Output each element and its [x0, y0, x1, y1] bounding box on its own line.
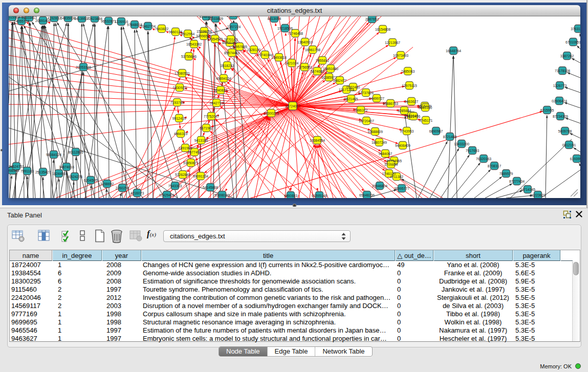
svg-text:87234309: 87234309 [553, 115, 568, 118]
svg-text:7357224: 7357224 [227, 25, 241, 29]
svg-text:23300275: 23300275 [264, 112, 279, 115]
svg-text:3158692: 3158692 [100, 182, 114, 186]
svg-text:6204505: 6204505 [84, 179, 98, 182]
svg-text:96532871: 96532871 [101, 19, 116, 23]
svg-text:18807249: 18807249 [372, 141, 387, 144]
svg-text:4192832: 4192832 [48, 16, 61, 20]
svg-text:2087652: 2087652 [365, 17, 379, 21]
svg-text:19218506: 19218506 [277, 27, 293, 30]
svg-text:34874016: 34874016 [59, 165, 74, 169]
svg-text:16154808: 16154808 [375, 28, 390, 31]
svg-text:04499727: 04499727 [369, 97, 384, 100]
svg-text:77752047: 77752047 [204, 115, 219, 118]
svg-text:6998543: 6998543 [9, 169, 19, 172]
svg-text:14055724: 14055724 [14, 19, 29, 23]
svg-text:12975115: 12975115 [402, 84, 417, 87]
svg-text:7889579: 7889579 [499, 172, 513, 176]
svg-text:13433200: 13433200 [454, 142, 469, 146]
svg-text:79740344: 79740344 [257, 53, 273, 57]
svg-text:8708317: 8708317 [488, 164, 502, 168]
svg-text:9912419: 9912419 [172, 117, 186, 120]
svg-text:57262849: 57262849 [175, 173, 190, 177]
svg-text:3685160: 3685160 [419, 106, 432, 110]
svg-text:34624751: 34624751 [9, 165, 24, 168]
svg-text:7485063: 7485063 [401, 70, 415, 73]
svg-text:16543382: 16543382 [186, 42, 202, 46]
svg-text:13640910: 13640910 [297, 40, 313, 44]
svg-text:15451680: 15451680 [323, 67, 338, 71]
svg-text:98084124: 98084124 [46, 153, 61, 157]
svg-text:34714345: 34714345 [520, 188, 535, 191]
svg-text:81223623: 81223623 [530, 193, 546, 197]
svg-text:49894134: 49894134 [216, 77, 231, 80]
svg-text:0812191: 0812191 [562, 143, 576, 147]
svg-text:55886753: 55886753 [383, 102, 398, 105]
svg-text:3482477: 3482477 [333, 79, 347, 82]
svg-text:3709859: 3709859 [384, 163, 398, 166]
svg-text:10688609: 10688609 [367, 130, 383, 134]
svg-text:2421024: 2421024 [285, 61, 299, 65]
svg-text:51850671: 51850671 [183, 161, 199, 165]
svg-text:4745171: 4745171 [419, 119, 433, 122]
svg-text:18724007: 18724007 [285, 104, 300, 108]
svg-text:36995777: 36995777 [394, 187, 409, 190]
svg-text:4060883: 4060883 [284, 194, 298, 198]
svg-text:67010651: 67010651 [565, 40, 580, 44]
svg-text:7955812: 7955812 [316, 59, 330, 62]
svg-text:5430391: 5430391 [227, 16, 241, 17]
svg-text:71746488: 71746488 [288, 32, 303, 35]
svg-text:9521456: 9521456 [407, 115, 421, 118]
svg-text:9821465: 9821465 [344, 97, 358, 101]
svg-text:16033809: 16033809 [208, 17, 223, 20]
svg-text:15720407: 15720407 [359, 119, 374, 123]
svg-text:9743953: 9743953 [400, 129, 414, 133]
svg-text:4711382: 4711382 [390, 175, 403, 179]
svg-text:7543303: 7543303 [168, 184, 182, 188]
svg-text:34957885: 34957885 [232, 45, 247, 49]
svg-text:13171274: 13171274 [339, 88, 354, 92]
svg-text:7663822: 7663822 [155, 27, 169, 31]
svg-text:0842710: 0842710 [210, 101, 224, 105]
svg-text:53755646: 53755646 [181, 55, 197, 58]
svg-text:65648236: 65648236 [359, 193, 375, 197]
svg-text:7991183: 7991183 [20, 169, 34, 173]
svg-text:4966319: 4966319 [174, 132, 188, 136]
svg-text:93103413: 93103413 [21, 16, 37, 19]
svg-text:7917693: 7917693 [466, 149, 480, 152]
svg-text:13493618: 13493618 [271, 56, 287, 59]
svg-text:7986372: 7986372 [354, 108, 368, 112]
svg-text:55698169: 55698169 [214, 193, 230, 197]
svg-text:9463627: 9463627 [405, 100, 419, 103]
svg-text:2328120: 2328120 [247, 48, 261, 52]
svg-text:71756551: 71756551 [297, 65, 312, 69]
svg-text:87277434: 87277434 [509, 180, 525, 183]
svg-text:6690967: 6690967 [429, 129, 443, 133]
svg-text:1491905: 1491905 [179, 146, 192, 150]
svg-text:99091334: 99091334 [193, 174, 208, 178]
svg-text:80112805: 80112805 [68, 150, 83, 154]
svg-text:1824493: 1824493 [52, 172, 66, 176]
svg-text:15226058: 15226058 [197, 30, 212, 33]
svg-text:8912954: 8912954 [181, 32, 195, 36]
svg-text:9684067: 9684067 [379, 152, 393, 156]
svg-text:3518233: 3518233 [221, 64, 234, 68]
svg-text:1326773: 1326773 [553, 84, 567, 87]
svg-text:5240824: 5240824 [214, 89, 228, 92]
svg-text:54145868: 54145868 [203, 186, 218, 189]
svg-text:73178108: 73178108 [555, 69, 570, 73]
svg-text:8721489: 8721489 [443, 135, 457, 139]
svg-text:20053346: 20053346 [76, 65, 91, 69]
svg-text:9413186: 9413186 [194, 139, 208, 142]
svg-text:10973493: 10973493 [393, 54, 408, 57]
svg-text:3285884: 3285884 [398, 109, 411, 113]
svg-text:12213967: 12213967 [385, 41, 400, 45]
svg-text:6193990: 6193990 [570, 157, 580, 161]
svg-text:8677496: 8677496 [188, 150, 202, 154]
svg-text:64835030: 64835030 [60, 16, 76, 20]
svg-text:01429401: 01429401 [159, 193, 175, 197]
svg-text:4216073: 4216073 [130, 191, 144, 195]
svg-text:3387262: 3387262 [560, 54, 574, 58]
svg-text:76320163: 76320163 [476, 157, 491, 161]
svg-text:00524278: 00524278 [67, 175, 82, 179]
svg-text:11615594: 11615594 [9, 16, 20, 19]
